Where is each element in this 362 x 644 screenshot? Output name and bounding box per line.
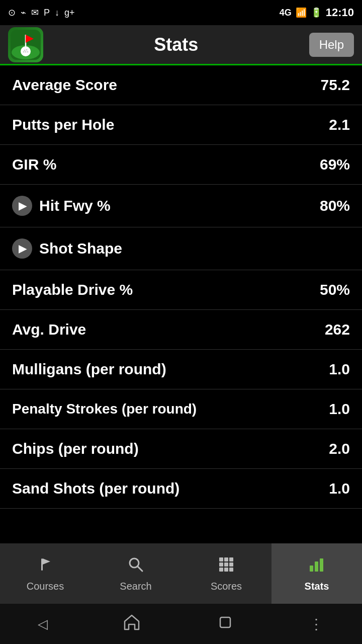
p-icon: P [44, 8, 50, 18]
nav-label-courses: Courses [27, 581, 64, 592]
usb-icon: ⌁ [21, 7, 26, 18]
nav-item-scores[interactable]: Scores [181, 543, 272, 604]
nav-label-scores: Scores [211, 581, 242, 592]
svg-point-9 [27, 51, 29, 52]
svg-rect-14 [219, 557, 223, 561]
stat-row-putts-per-hole: Putts per Hole 2.1 [0, 105, 362, 145]
nav-item-courses[interactable]: Courses [0, 543, 90, 604]
stat-label-gir: GIR % [12, 156, 56, 173]
signal-text: 4G [280, 8, 292, 18]
page-title: Stats [43, 34, 309, 55]
stat-label-shot-shape: ▶ Shot Shape [12, 238, 122, 259]
time-display: 12:10 [326, 6, 354, 19]
stat-row-shot-shape[interactable]: ▶ Shot Shape [0, 227, 362, 270]
bottom-navigation: Courses Search S [0, 543, 362, 604]
svg-point-5 [24, 49, 26, 51]
stat-value-penalty-strokes: 1.0 [329, 400, 350, 418]
back-button[interactable]: ◁ [38, 616, 48, 632]
stat-row-gir: GIR % 69% [0, 145, 362, 185]
stat-label-hit-fwy: ▶ Hit Fwy % [12, 196, 111, 216]
svg-rect-19 [229, 562, 233, 567]
stat-value-sand-shots: 1.0 [329, 480, 350, 497]
stat-value-mulligans: 1.0 [329, 361, 350, 378]
svg-rect-15 [224, 557, 228, 561]
app-header: Stats Help [0, 25, 362, 65]
svg-rect-25 [320, 558, 323, 572]
status-icons-left: ⊙ ⌁ ✉ P ↓ g+ [8, 7, 75, 18]
stat-label-average-score: Average Score [12, 76, 117, 94]
stat-label-penalty-strokes: Penalty Strokes (per round) [12, 401, 197, 417]
menu-button[interactable]: ⋮ [309, 616, 324, 632]
svg-rect-20 [219, 568, 223, 572]
svg-rect-18 [224, 562, 228, 567]
svg-point-8 [23, 51, 25, 52]
recent-apps-button[interactable] [216, 613, 234, 635]
scores-icon [217, 555, 235, 578]
gplus-icon: g+ [64, 8, 75, 18]
stat-value-hit-fwy: 80% [320, 197, 350, 214]
stats-icon [308, 555, 326, 578]
search-icon [127, 555, 145, 578]
status-bar: ⊙ ⌁ ✉ P ↓ g+ 4G 📶 🔋 12:10 [0, 0, 362, 25]
stat-value-putts-per-hole: 2.1 [329, 116, 350, 133]
status-icons-right: 4G 📶 🔋 12:10 [280, 6, 354, 19]
svg-rect-26 [220, 617, 230, 627]
help-button[interactable]: Help [309, 33, 354, 57]
svg-marker-11 [43, 558, 50, 565]
stat-row-penalty-strokes: Penalty Strokes (per round) 1.0 [0, 389, 362, 429]
signal-icon: 📶 [296, 7, 307, 18]
nav-label-stats: Stats [305, 581, 329, 592]
stat-row-sand-shots: Sand Shots (per round) 1.0 [0, 469, 362, 509]
svg-rect-10 [41, 558, 43, 571]
home-button[interactable] [123, 613, 141, 635]
app-logo [8, 27, 43, 62]
svg-point-6 [26, 49, 28, 50]
svg-rect-17 [219, 562, 223, 567]
stat-row-avg-drive: Avg. Drive 262 [0, 310, 362, 350]
download-icon: ↓ [55, 8, 59, 18]
stat-label-sand-shots: Sand Shots (per round) [12, 480, 179, 497]
stats-list: Average Score 75.2 Putts per Hole 2.1 GI… [0, 65, 362, 509]
svg-rect-16 [229, 557, 233, 561]
stat-row-playable-drive: Playable Drive % 50% [0, 270, 362, 310]
stat-row-mulligans: Mulligans (per round) 1.0 [0, 350, 362, 389]
svg-rect-23 [310, 566, 313, 572]
stat-value-chips: 2.0 [329, 440, 350, 457]
stat-row-chips: Chips (per round) 2.0 [0, 429, 362, 469]
stat-row-average-score: Average Score 75.2 [0, 65, 362, 105]
hit-fwy-chevron-icon: ▶ [12, 196, 32, 216]
stat-label-putts-per-hole: Putts per Hole [12, 116, 114, 133]
stat-value-gir: 69% [320, 156, 350, 173]
stat-label-mulligans: Mulligans (per round) [12, 361, 166, 378]
battery-icon: 🔋 [311, 7, 322, 18]
stat-label-playable-drive: Playable Drive % [12, 281, 133, 298]
svg-rect-22 [229, 568, 233, 572]
nav-item-stats[interactable]: Stats [272, 543, 362, 604]
stat-label-avg-drive: Avg. Drive [12, 321, 86, 338]
stat-label-chips: Chips (per round) [12, 440, 139, 457]
stat-value-playable-drive: 50% [320, 281, 350, 298]
stat-row-hit-fwy[interactable]: ▶ Hit Fwy % 80% [0, 185, 362, 227]
nav-label-search: Search [120, 581, 151, 592]
svg-line-13 [138, 567, 142, 571]
nav-item-search[interactable]: Search [90, 543, 181, 604]
android-navigation-bar: ◁ ⋮ [0, 604, 362, 644]
courses-icon [36, 555, 54, 578]
shot-shape-chevron-icon: ▶ [12, 238, 32, 259]
mail-icon: ✉ [31, 7, 39, 18]
android-icon: ⊙ [8, 7, 16, 18]
svg-rect-21 [224, 568, 228, 572]
stat-value-avg-drive: 262 [325, 321, 350, 338]
svg-rect-24 [315, 561, 318, 572]
stats-scroll-area[interactable]: Average Score 75.2 Putts per Hole 2.1 GI… [0, 65, 362, 543]
stat-value-average-score: 75.2 [321, 76, 350, 94]
svg-point-7 [25, 51, 27, 52]
